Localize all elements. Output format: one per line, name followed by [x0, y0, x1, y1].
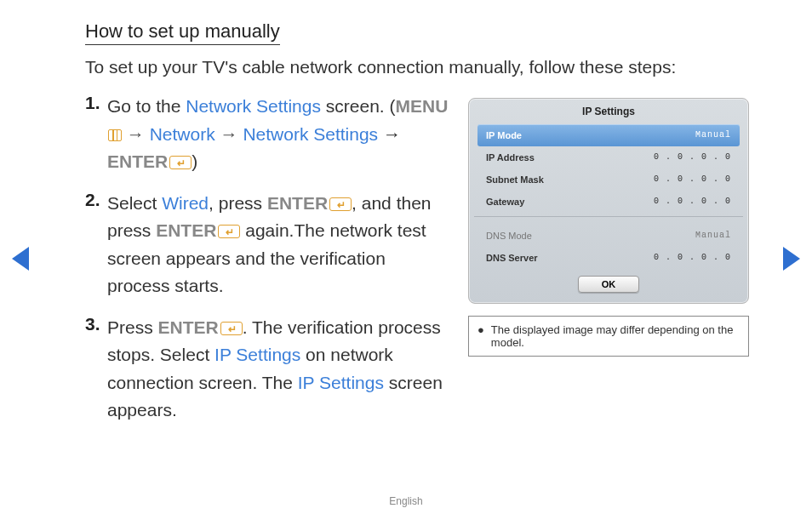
text-fragment: ) [192, 151, 197, 171]
row-value: 0 . 0 . 0 . 0 [654, 253, 731, 263]
step-number: 2. [85, 190, 107, 300]
enter-icon [329, 197, 352, 211]
keyword-enter: ENTER [156, 220, 216, 240]
text-fragment: Go to the [107, 96, 186, 116]
steps-list: 1. Go to the Network Settings screen. (M… [85, 93, 451, 438]
row-label: Subnet Mask [486, 174, 544, 185]
text-fragment: screen. ( [321, 96, 396, 116]
step-text: Go to the Network Settings screen. (MENU… [107, 93, 451, 176]
row-label: IP Mode [486, 130, 522, 140]
note-text: The displayed image may differ depending… [491, 323, 740, 349]
enter-icon [169, 156, 192, 169]
step-3: 3. Press ENTER. The verification process… [85, 314, 451, 425]
ok-button[interactable]: OK [578, 276, 639, 293]
link-ip-settings-2: IP Settings [298, 373, 384, 392]
step-text: Press ENTER. The verification process st… [107, 314, 451, 425]
panel-separator [474, 216, 743, 223]
row-value: Manual [695, 231, 731, 241]
arrow-icon: → [215, 124, 243, 144]
row-ip-address: IP Address 0 . 0 . 0 . 0 [477, 146, 740, 168]
row-value: 0 . 0 . 0 . 0 [654, 174, 731, 185]
right-column: IP Settings IP Mode Manual IP Address 0 … [468, 93, 749, 438]
row-value: Manual [695, 130, 731, 140]
step-number: 1. [85, 93, 107, 176]
note-box: ● The displayed image may differ dependi… [468, 316, 749, 357]
row-value: 0 . 0 . 0 . 0 [654, 197, 731, 207]
content-row: 1. Go to the Network Settings screen. (M… [85, 93, 761, 438]
link-ip-settings: IP Settings [214, 345, 300, 364]
prev-page-arrow[interactable] [12, 247, 29, 271]
step-text: Select Wired, press ENTER, and then pres… [107, 190, 451, 300]
keyword-enter: ENTER [158, 317, 219, 337]
intro-text: To set up your TV's cable network connec… [85, 57, 761, 77]
enter-icon [218, 225, 240, 238]
keyword-enter: ENTER [107, 151, 168, 171]
arrow-icon: → [122, 124, 150, 144]
row-label: IP Address [486, 152, 535, 163]
keyword-menu: MENU [396, 96, 449, 116]
row-label: DNS Server [486, 253, 538, 263]
text-fragment: Select [107, 193, 162, 213]
text-fragment: Press [107, 317, 158, 337]
next-page-arrow[interactable] [783, 247, 800, 271]
panel-title: IP Settings [477, 106, 740, 117]
enter-icon [220, 322, 243, 335]
link-network: Network [150, 124, 215, 144]
row-ip-mode: IP Mode Manual [477, 124, 740, 146]
step-2: 2. Select Wired, press ENTER, and then p… [85, 190, 451, 300]
row-subnet-mask: Subnet Mask 0 . 0 . 0 . 0 [477, 168, 740, 191]
row-dns-mode: DNS Mode Manual [477, 225, 740, 247]
footer-language: English [0, 495, 812, 507]
row-dns-server: DNS Server 0 . 0 . 0 . 0 [477, 247, 740, 269]
menu-icon [108, 129, 122, 141]
ip-settings-panel: IP Settings IP Mode Manual IP Address 0 … [468, 98, 749, 304]
text-fragment: , press [209, 193, 267, 213]
row-gateway: Gateway 0 . 0 . 0 . 0 [477, 191, 740, 213]
row-label: DNS Mode [486, 231, 532, 241]
row-value: 0 . 0 . 0 . 0 [654, 152, 731, 163]
link-network-settings-2: Network Settings [243, 124, 378, 144]
row-label: Gateway [486, 197, 524, 207]
link-wired: Wired [162, 193, 209, 213]
keyword-enter: ENTER [267, 193, 328, 213]
section-heading: How to set up manually [85, 20, 280, 45]
step-1: 1. Go to the Network Settings screen. (M… [85, 93, 451, 176]
step-number: 3. [85, 314, 107, 425]
text-fragment: → [378, 124, 401, 144]
link-network-settings: Network Settings [186, 96, 321, 116]
bullet-icon: ● [477, 323, 484, 349]
